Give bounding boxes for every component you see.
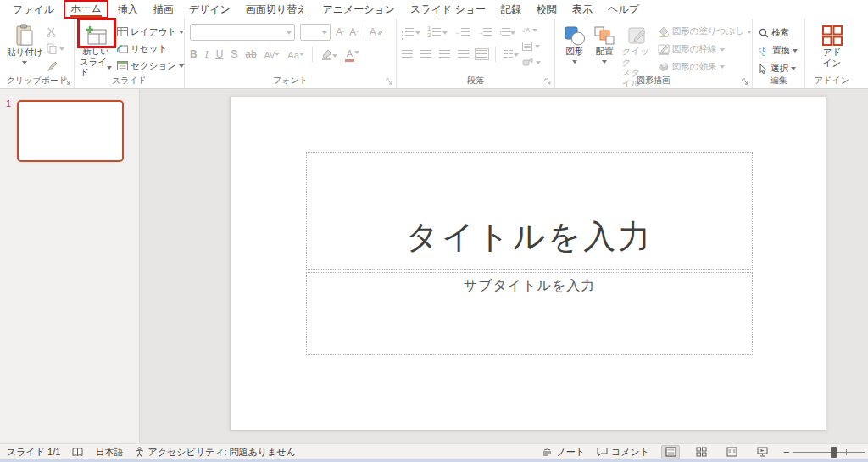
new-slide-dropdown-arrow	[107, 66, 112, 72]
increase-indent-button[interactable]: →	[476, 28, 492, 36]
character-spacing-button[interactable]: AV	[264, 49, 281, 60]
shape-outline-icon	[658, 44, 670, 55]
paragraph-group-label: 段落	[397, 75, 554, 86]
slide-sorter-view-button[interactable]	[692, 445, 710, 459]
zoom-slider-handle[interactable]	[831, 447, 837, 458]
slideshow-view-button[interactable]	[753, 445, 771, 459]
spell-check-button[interactable]	[72, 448, 83, 457]
arrange-button[interactable]: 配置	[592, 21, 616, 74]
shape-effects-button[interactable]: 図形の効果	[658, 59, 752, 74]
comments-label: コメント	[611, 446, 649, 459]
tab-draw[interactable]: 描画	[146, 1, 181, 19]
slide-thumbnail[interactable]	[17, 100, 124, 162]
tab-file[interactable]: ファイル	[5, 1, 62, 19]
addins-button[interactable]: アド イン	[821, 21, 843, 74]
tab-record[interactable]: 記録	[493, 1, 529, 19]
align-text-button[interactable]	[522, 39, 541, 53]
accessibility-checker-button[interactable]: アクセシビリティ: 問題ありません	[135, 446, 295, 459]
text-shadow-button[interactable]: S	[231, 48, 237, 60]
copy-button[interactable]	[47, 42, 64, 56]
shrink-font-button[interactable]: Aˇ	[349, 26, 358, 38]
distribute-text-button[interactable]	[476, 50, 487, 58]
bold-button[interactable]: B	[190, 48, 198, 60]
bullets-button[interactable]	[402, 28, 420, 37]
language-button[interactable]: 日本語	[95, 446, 123, 459]
cursor-arrow-icon	[759, 64, 768, 74]
strikethrough-button[interactable]: ab	[245, 48, 256, 60]
tab-review[interactable]: 校閲	[529, 1, 565, 19]
align-center-button[interactable]	[420, 50, 431, 58]
notes-button[interactable]: ノート	[542, 446, 585, 459]
tab-insert[interactable]: 挿入	[110, 1, 146, 19]
font-color-button[interactable]: A	[345, 47, 359, 62]
paste-button[interactable]: 貼り付け	[7, 21, 43, 74]
addins-grid-icon	[821, 25, 843, 47]
zoom-slider[interactable]	[793, 446, 865, 458]
accessibility-person-icon	[135, 447, 144, 457]
tab-transitions[interactable]: 画面切り替え	[238, 1, 315, 19]
section-button[interactable]: セクション	[117, 58, 184, 73]
tab-home[interactable]: ホーム	[64, 0, 108, 19]
comments-button[interactable]: コメント	[597, 446, 649, 459]
tab-design[interactable]: デザイン	[181, 1, 238, 19]
tab-slideshow[interactable]: スライド ショー	[403, 1, 493, 19]
format-painter-button[interactable]	[47, 58, 64, 73]
grow-font-button[interactable]: Aˆ	[336, 26, 344, 38]
clear-formatting-button[interactable]: A	[370, 26, 383, 38]
change-case-button[interactable]: Aa	[287, 49, 303, 60]
shape-effects-dropdown-arrow	[720, 65, 725, 71]
layout-button[interactable]: レイアウト	[117, 25, 184, 39]
slide-thumbnail-panel: 1	[0, 89, 140, 443]
underline-button[interactable]: U	[216, 48, 224, 60]
tab-view[interactable]: 表示	[565, 1, 600, 19]
clipboard-dialog-launcher-icon[interactable]	[64, 78, 71, 86]
quick-styles-label-line1: クイック	[622, 46, 653, 67]
title-placeholder-text: タイトルを入力	[406, 215, 653, 259]
text-direction-button[interactable]: ↓A	[522, 23, 541, 37]
justify-button[interactable]	[458, 50, 469, 58]
decrease-indent-button[interactable]: ←	[454, 28, 470, 36]
arrange-label: 配置	[596, 46, 614, 57]
shapes-button[interactable]: 図形	[562, 21, 587, 74]
font-size-combobox[interactable]	[300, 24, 331, 41]
reading-view-button[interactable]	[722, 445, 741, 459]
font-dialog-launcher-icon[interactable]	[386, 78, 393, 86]
normal-view-icon	[665, 447, 676, 457]
font-name-dropdown-arrow	[287, 31, 292, 37]
zoom-out-button[interactable]: −	[783, 446, 790, 459]
shape-effects-label: 図形の効果	[672, 61, 717, 73]
subtitle-placeholder[interactable]: サブタイトルを入力	[306, 272, 753, 355]
highlight-color-button[interactable]	[320, 49, 337, 60]
zoom-control: −	[783, 446, 865, 459]
quick-styles-button[interactable]: クイック スタイル	[622, 21, 653, 74]
paragraph-dialog-launcher-icon[interactable]	[544, 78, 552, 86]
shape-outline-button[interactable]: 図形の枠線	[658, 42, 752, 57]
find-label: 検索	[771, 27, 789, 39]
font-separator-2	[312, 47, 313, 62]
line-spacing-button[interactable]: ↕	[498, 28, 515, 37]
font-name-combobox[interactable]	[190, 24, 295, 41]
numbering-button[interactable]: 12	[427, 25, 448, 39]
align-left-button[interactable]	[402, 50, 413, 58]
italic-button[interactable]: I	[205, 48, 209, 61]
tab-animations[interactable]: アニメーション	[314, 1, 403, 19]
slide-canvas[interactable]: タイトルを入力 サブタイトルを入力	[230, 97, 826, 431]
columns-button[interactable]	[504, 50, 519, 59]
shape-fill-button[interactable]: 図形の塗りつぶし	[658, 25, 752, 39]
replace-button[interactable]: ςbc 置換	[759, 43, 804, 58]
normal-view-button[interactable]	[661, 445, 680, 459]
section-icon	[117, 61, 128, 70]
title-placeholder[interactable]: タイトルを入力	[306, 152, 753, 270]
reset-button[interactable]: リセット	[117, 42, 184, 56]
drawing-dialog-launcher-icon[interactable]	[742, 78, 749, 86]
new-slide-button[interactable]: 新しい スライド	[80, 21, 112, 74]
shape-fill-dropdown-arrow	[747, 31, 752, 36]
align-right-button[interactable]	[439, 50, 450, 58]
select-button[interactable]: 選択	[759, 61, 804, 75]
editing-group-label: 編集	[753, 75, 804, 86]
cut-button[interactable]	[47, 25, 64, 39]
convert-to-smartart-button[interactable]	[522, 55, 541, 70]
tab-help[interactable]: ヘルプ	[600, 1, 647, 19]
slides-group-label: スライド	[75, 75, 184, 86]
find-button[interactable]: 検索	[759, 25, 804, 40]
